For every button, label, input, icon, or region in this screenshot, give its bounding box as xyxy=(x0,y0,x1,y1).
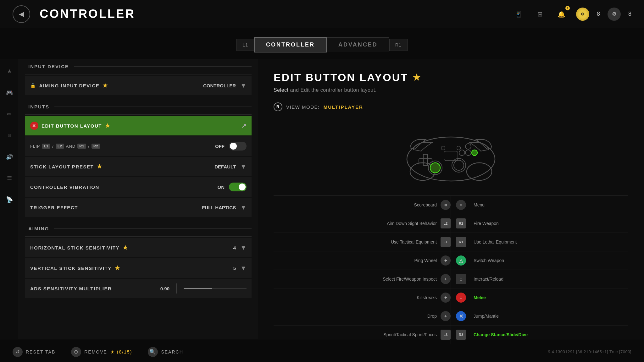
tab-controller[interactable]: CONTROLLER xyxy=(254,37,327,52)
bell-icon[interactable]: 🔔 ! xyxy=(555,7,569,21)
svg-point-4 xyxy=(430,163,440,173)
vibration-row[interactable]: CONTROLLER VIBRATION ON xyxy=(25,177,252,197)
view-mode-row: R VIEW MODE: MULTIPLAYER xyxy=(274,102,628,111)
horizontal-sensitivity-value: 4 ▼ xyxy=(233,244,247,251)
sidebar-icon-list[interactable]: ☰ xyxy=(3,172,16,184)
l1-button: L1 xyxy=(236,39,254,51)
tab-navigation: L1 CONTROLLER ADVANCED R1 xyxy=(0,28,644,59)
mapping-ads: Aim Down Sight Behavior L2 xyxy=(274,214,451,233)
stick-layout-row[interactable]: STICK LAYOUT PRESET ★ DEFAULT ▼ xyxy=(25,157,252,176)
version-info: 9.4.13031291 [36:210:1465+1] Tmc [7000] xyxy=(548,349,631,354)
r2-badge: R2 xyxy=(92,144,100,149)
mapping-ping: Ping Wheel ✛ xyxy=(274,251,451,270)
ads-multiplier-label: ADS SENSITIVITY MULTIPLIER xyxy=(30,286,112,291)
tab-advanced[interactable]: ADVANCED xyxy=(327,37,389,52)
view-mode-value[interactable]: MULTIPLAYER xyxy=(324,104,363,110)
back-button[interactable]: ◀ xyxy=(13,5,30,23)
star-icon: ★ xyxy=(103,82,108,89)
svg-point-15 xyxy=(457,146,461,150)
reset-icon: ↺ xyxy=(13,347,23,357)
sidebar-icon-controller[interactable]: 🎮 xyxy=(3,86,16,99)
dropdown-arrow-horiz: ▼ xyxy=(240,244,247,251)
interact-btn: □ xyxy=(456,274,466,284)
divider-ads xyxy=(176,283,177,293)
sidebar-icon-extra: ⊟ xyxy=(3,129,16,142)
ads-multiplier-row[interactable]: ADS SENSITIVITY MULTIPLIER 0.90 xyxy=(25,279,252,298)
mapping-grid: Scoreboard ⊞ Aim Down Sight Behavior L2 … xyxy=(274,195,628,344)
section-aiming: AIMING xyxy=(25,221,252,237)
sidebar: ★ 🎮 ✏ ⊟ 🔊 ☰ 📡 xyxy=(0,59,19,339)
mapping-menu: ≡ Menu xyxy=(451,196,628,214)
search-button[interactable]: 🔍 SEARCH xyxy=(148,347,183,357)
flip-toggle[interactable] xyxy=(229,142,247,151)
header-right: 📱 ⊞ 🔔 ! ⊙ 8 ⚙ 8 xyxy=(512,7,631,21)
sidebar-icon-sound[interactable]: 🔊 xyxy=(3,151,16,163)
mapping-sprint: Sprint/Tactical Sprint/Focus L3 xyxy=(274,326,451,344)
switch-weapon-btn: △ xyxy=(456,255,466,266)
mapping-melee: ○ Melee xyxy=(451,288,628,307)
ads-slider[interactable] xyxy=(184,288,247,289)
star-horiz: ★ xyxy=(123,244,128,251)
r-button[interactable]: R xyxy=(274,102,282,111)
phone-icon: 📱 xyxy=(512,7,526,21)
star-vert: ★ xyxy=(115,265,120,272)
drop-btn: ✛ xyxy=(441,311,451,321)
reset-tab-button[interactable]: ↺ RESET TAB xyxy=(13,347,55,357)
header-left: ◀ CONTROLLER xyxy=(13,5,135,23)
melee-btn: ○ xyxy=(456,293,466,303)
sprint-btn: L3 xyxy=(441,330,451,340)
mapping-scoreboard: Scoreboard ⊞ xyxy=(274,196,451,214)
vertical-sensitivity-value: 5 ▼ xyxy=(233,265,247,272)
mapping-switch-weapon: △ Switch Weapon xyxy=(451,251,628,270)
killstreaks-btn: ✛ xyxy=(441,293,451,303)
trigger-effect-label: TRIGGER EFFECT xyxy=(30,205,78,210)
settings-panel: INPUT DEVICE 🔒 AIMING INPUT DEVICE ★ CON… xyxy=(19,59,258,339)
grid-icon[interactable]: ⊞ xyxy=(533,7,547,21)
stick-layout-value: DEFAULT ▼ xyxy=(214,163,247,170)
controller-svg xyxy=(397,121,504,184)
horizontal-sensitivity-row[interactable]: HORIZONTAL STICK SENSITIVITY ★ 4 ▼ xyxy=(25,238,252,257)
trigger-effect-value: FULL HAPTICS ▼ xyxy=(202,204,247,211)
l1-badge: L1 xyxy=(42,144,50,149)
edit-button-layout-label: ✕ EDIT BUTTON LAYOUT ★ xyxy=(30,122,111,130)
toggle-knob-vib xyxy=(239,184,246,190)
edit-button-layout-row[interactable]: ✕ EDIT BUTTON LAYOUT ★ ↗ xyxy=(25,116,252,135)
slider-fill xyxy=(184,288,212,289)
select-fire-btn: ✛ xyxy=(441,274,451,284)
flip-row[interactable]: FLIP L1 / L2 AND R1 / R2 OFF xyxy=(25,136,252,156)
tactical-btn: L1 xyxy=(441,237,451,247)
mapping-killstreaks: Killstreaks ✛ xyxy=(274,288,451,307)
mapping-left-column: Scoreboard ⊞ Aim Down Sight Behavior L2 … xyxy=(274,196,451,344)
change-stance-btn: R3 xyxy=(456,330,466,340)
mapping-interact: □ Interact/Reload xyxy=(451,270,628,288)
mapping-jump: ✕ Jump/Mantle xyxy=(451,307,628,326)
mapping-fire: R2 Fire Weapon xyxy=(451,214,628,233)
star-icon-stick: ★ xyxy=(97,163,103,170)
trigger-effect-row[interactable]: TRIGGER EFFECT FULL HAPTICS ▼ xyxy=(25,198,252,217)
right-panel: EDIT BUTTON LAYOUT ★ Select and Edit the… xyxy=(258,59,644,339)
header: ◀ CONTROLLER 📱 ⊞ 🔔 ! ⊙ 8 ⚙ 8 xyxy=(0,0,644,28)
vertical-sensitivity-label: VERTICAL STICK SENSITIVITY ★ xyxy=(30,265,120,272)
ads-btn: L2 xyxy=(441,218,451,228)
sidebar-icon-star[interactable]: ★ xyxy=(3,65,16,78)
external-link-icon[interactable]: ↗ xyxy=(241,122,247,129)
ads-multiplier-value: 0.90 xyxy=(160,283,247,293)
x-icon: ✕ xyxy=(30,122,38,130)
remove-icon: ⊖ xyxy=(71,347,81,357)
scoreboard-btn: ⊞ xyxy=(441,200,451,210)
svg-point-2 xyxy=(467,163,492,180)
remove-button[interactable]: ⊖ REMOVE ★ (8/15) xyxy=(71,347,132,357)
lethal-btn: R1 xyxy=(456,237,466,247)
vibration-value: ON xyxy=(218,183,247,191)
mapping-select-fire: Select Fire/Weapon Inspect ✛ xyxy=(274,270,451,288)
horizontal-sensitivity-label: HORIZONTAL STICK SENSITIVITY ★ xyxy=(30,244,128,251)
search-icon: 🔍 xyxy=(148,347,158,357)
aiming-input-label: 🔒 AIMING INPUT DEVICE ★ xyxy=(30,82,108,89)
svg-point-12 xyxy=(459,150,465,156)
title-star-icon: ★ xyxy=(413,72,421,83)
aiming-input-device-row[interactable]: 🔒 AIMING INPUT DEVICE ★ CONTROLLER ▼ xyxy=(25,76,252,95)
vertical-sensitivity-row[interactable]: VERTICAL STICK SENSITIVITY ★ 5 ▼ xyxy=(25,258,252,278)
vibration-toggle[interactable] xyxy=(229,183,247,191)
sidebar-icon-network[interactable]: 📡 xyxy=(3,193,16,206)
sidebar-icon-edit[interactable]: ✏ xyxy=(3,108,16,120)
